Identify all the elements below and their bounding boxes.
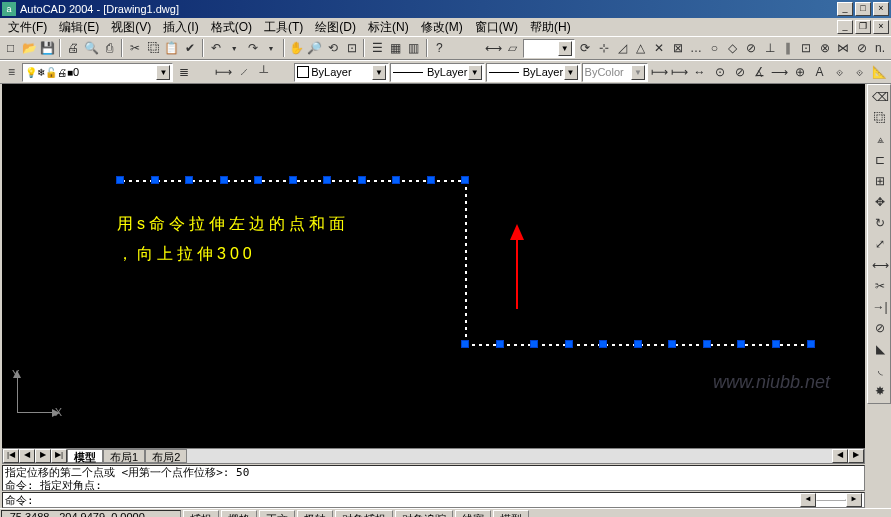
grip-point[interactable] xyxy=(634,340,642,348)
menu-insert[interactable]: 插入(I) xyxy=(157,18,204,37)
status-osnap[interactable]: 对象捕捉 xyxy=(335,510,393,518)
doc-minimize-button[interactable]: _ xyxy=(837,20,853,34)
snap-end-icon[interactable]: ◿ xyxy=(614,38,631,58)
grip-point[interactable] xyxy=(220,176,228,184)
plotstyle-dropdown[interactable]: ByColor ▼ xyxy=(582,63,648,82)
copy-obj-icon[interactable]: ⿻ xyxy=(870,108,890,128)
fillet-icon[interactable]: ◟ xyxy=(870,360,890,380)
grip-point[interactable] xyxy=(461,340,469,348)
zoom-prev-icon[interactable]: ⟲ xyxy=(325,38,342,58)
new-icon[interactable]: □ xyxy=(2,38,19,58)
snap-cen-icon[interactable]: ○ xyxy=(706,38,723,58)
menu-file[interactable]: 文件(F) xyxy=(2,18,53,37)
help-icon[interactable]: ? xyxy=(431,38,448,58)
save-icon[interactable]: 💾 xyxy=(39,38,56,58)
snap-mid-icon[interactable]: △ xyxy=(632,38,649,58)
copy-icon[interactable]: ⿻ xyxy=(145,38,162,58)
grip-point[interactable] xyxy=(668,340,676,348)
snap-near-icon[interactable]: ⋈ xyxy=(835,38,852,58)
lineweight-dropdown[interactable]: ByLayer ▼ xyxy=(486,63,581,82)
menu-modify[interactable]: 修改(M) xyxy=(415,18,469,37)
tab-scroll-first[interactable]: |◀ xyxy=(3,449,19,463)
toolpalette-icon[interactable]: ▥ xyxy=(405,38,422,58)
dim-5-icon[interactable]: ⊘ xyxy=(730,62,749,82)
tab-scroll-prev[interactable]: ◀ xyxy=(19,449,35,463)
grip-point[interactable] xyxy=(151,176,159,184)
color-dropdown[interactable]: ByLayer ▼ xyxy=(294,63,389,82)
dim-aligned-icon[interactable]: ⟋ xyxy=(234,62,253,82)
pan-icon[interactable]: ✋ xyxy=(288,38,305,58)
dim-8-icon[interactable]: ⊕ xyxy=(790,62,809,82)
linetype-dropdown[interactable]: ByLayer ▼ xyxy=(390,63,485,82)
dim-style-dropdown[interactable]: ▼ xyxy=(523,39,575,58)
properties-icon[interactable]: ☰ xyxy=(368,38,385,58)
grip-point[interactable] xyxy=(427,176,435,184)
hscroll-left[interactable]: ◀ xyxy=(832,449,848,463)
paste-icon[interactable]: 📋 xyxy=(163,38,180,58)
dim-6-icon[interactable]: ∡ xyxy=(750,62,769,82)
preview-icon[interactable]: 🔍 xyxy=(83,38,100,58)
grip-point[interactable] xyxy=(496,340,504,348)
dim-linear-icon[interactable]: ⟼ xyxy=(214,62,233,82)
cut-icon[interactable]: ✂ xyxy=(126,38,143,58)
snap-ins-icon[interactable]: ⊡ xyxy=(798,38,815,58)
status-lwt[interactable]: 线宽 xyxy=(455,510,491,518)
snap-none-icon[interactable]: ⊘ xyxy=(853,38,870,58)
status-otrack[interactable]: 对象追踪 xyxy=(395,510,453,518)
maximize-button[interactable]: □ xyxy=(855,2,871,16)
grip-point[interactable] xyxy=(703,340,711,348)
dim-3-icon[interactable]: ↔ xyxy=(690,62,709,82)
menu-dimension[interactable]: 标注(N) xyxy=(362,18,415,37)
extend-icon[interactable]: →| xyxy=(870,297,890,317)
grip-point[interactable] xyxy=(772,340,780,348)
snap-from-icon[interactable]: ⊹ xyxy=(595,38,612,58)
cmd-scroll-thumb[interactable] xyxy=(816,499,846,501)
grip-point[interactable] xyxy=(185,176,193,184)
close-button[interactable]: × xyxy=(873,2,889,16)
snap-tan-icon[interactable]: ⊘ xyxy=(742,38,759,58)
mirror-icon[interactable]: ⟁ xyxy=(870,129,890,149)
menu-window[interactable]: 窗口(W) xyxy=(469,18,524,37)
redo-dd-icon[interactable]: ▼ xyxy=(262,38,279,58)
snap-par-icon[interactable]: ∥ xyxy=(779,38,796,58)
array-icon[interactable]: ⊞ xyxy=(870,171,890,191)
print-icon[interactable]: 🖨 xyxy=(64,38,81,58)
dim-7-icon[interactable]: ⟶ xyxy=(770,62,789,82)
dim-4-icon[interactable]: ⊙ xyxy=(710,62,729,82)
designcenter-icon[interactable]: ▦ xyxy=(387,38,404,58)
stretch-icon[interactable]: ⟷ xyxy=(870,255,890,275)
minimize-button[interactable]: _ xyxy=(837,2,853,16)
grip-point[interactable] xyxy=(565,340,573,348)
snap-ext-icon[interactable]: … xyxy=(687,38,704,58)
tab-scroll-last[interactable]: ▶| xyxy=(51,449,67,463)
zoom-rt-icon[interactable]: 🔎 xyxy=(306,38,323,58)
status-polar[interactable]: 极轴 xyxy=(297,510,333,518)
layer-manager-icon[interactable]: ≡ xyxy=(2,62,21,82)
match-icon[interactable]: ✔ xyxy=(182,38,199,58)
menu-format[interactable]: 格式(O) xyxy=(205,18,258,37)
cmd-scroll-right[interactable]: ▶ xyxy=(846,493,862,507)
dim-9-icon[interactable]: A xyxy=(810,62,829,82)
tab-scroll-next[interactable]: ▶ xyxy=(35,449,51,463)
rotate-icon[interactable]: ↻ xyxy=(870,213,890,233)
grip-point[interactable] xyxy=(358,176,366,184)
layer-prev-icon[interactable]: ≣ xyxy=(174,62,193,82)
hscroll-track[interactable] xyxy=(187,449,832,463)
snap-appint-icon[interactable]: ⊠ xyxy=(669,38,686,58)
dim-1-icon[interactable]: ⟼ xyxy=(650,62,669,82)
doc-restore-button[interactable]: ❐ xyxy=(855,20,871,34)
status-ortho[interactable]: 正交 xyxy=(259,510,295,518)
grip-point[interactable] xyxy=(254,176,262,184)
grip-point[interactable] xyxy=(392,176,400,184)
grip-point[interactable] xyxy=(807,340,815,348)
grip-point[interactable] xyxy=(116,176,124,184)
publish-icon[interactable]: ⎙ xyxy=(101,38,118,58)
snap-perp-icon[interactable]: ⊥ xyxy=(761,38,778,58)
trim-icon[interactable]: ✂ xyxy=(870,276,890,296)
undo-icon[interactable]: ↶ xyxy=(207,38,224,58)
move-icon[interactable]: ✥ xyxy=(870,192,890,212)
snap-int-icon[interactable]: ✕ xyxy=(650,38,667,58)
dim-10-icon[interactable]: ⟐ xyxy=(830,62,849,82)
open-icon[interactable]: 📂 xyxy=(20,38,37,58)
command-input-row[interactable]: 命令: ◀ ▶ xyxy=(2,492,865,508)
